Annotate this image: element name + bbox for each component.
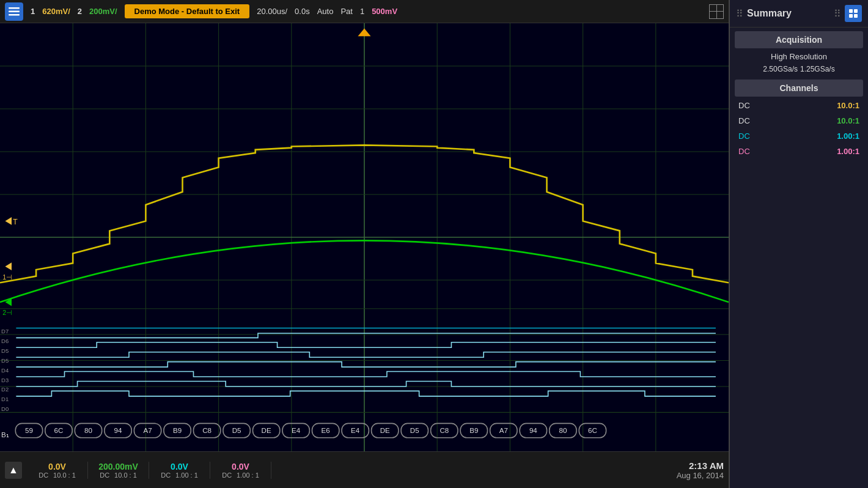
svg-text:6C: 6C — [588, 426, 597, 434]
scope-display: T 1⊣ 2⊣ D7 D6 D5 D5 D4 D3 D2 D1 D0 — [0, 23, 729, 451]
high-resolution-row: High Resolution — [730, 50, 868, 64]
svg-text:B₁: B₁ — [1, 431, 9, 438]
ch2-coupling: DC — [100, 471, 109, 479]
sample-rate-row: 2.50GSa/s 1.25GSa/s — [730, 64, 868, 77]
svg-text:D5: D5 — [232, 426, 241, 434]
ch4-panel-label: DC — [738, 147, 750, 156]
svg-text:E6: E6 — [322, 426, 330, 434]
scope-svg: T 1⊣ 2⊣ D7 D6 D5 D5 D4 D3 D2 D1 D0 — [0, 23, 729, 451]
svg-rect-0 — [9, 7, 20, 9]
svg-text:D2: D2 — [1, 386, 9, 393]
time-display: 2:13 AM — [677, 460, 724, 471]
ch1-ratio: 10.0 : 1 — [53, 471, 76, 479]
ch3-ratio: 1.00 : 1 — [175, 471, 198, 479]
svg-text:94: 94 — [529, 426, 537, 434]
ch2-num-label: 2 — [78, 7, 82, 16]
ch3-panel-row: DC 1.00:1 — [730, 128, 868, 144]
trigger-mode-label: Auto — [317, 7, 334, 16]
ch1-coupling: DC — [39, 471, 48, 479]
svg-text:A7: A7 — [143, 426, 152, 434]
panel-dots-right: ⠿ — [834, 8, 841, 20]
menu-button[interactable] — [5, 2, 23, 21]
svg-rect-81 — [849, 9, 853, 13]
panel-icon-button[interactable] — [845, 5, 862, 22]
sample-rate-1: 2.50GSa/s — [763, 65, 798, 73]
date-display: Aug 16, 2014 — [677, 471, 724, 480]
ch3-panel-value: 1.00:1 — [837, 131, 859, 141]
ch3-bottom-voltage: 0.0V — [171, 462, 188, 471]
scroll-up-button[interactable]: ▲ — [5, 462, 22, 479]
ch4-panel-value: 1.00:1 — [837, 147, 859, 156]
ch2-panel-value: 10.0:1 — [837, 116, 859, 125]
svg-text:D5: D5 — [1, 347, 9, 354]
ch2-bottom-info: 200.00mV DC 10.0 : 1 — [88, 462, 149, 479]
panel-title: Summary — [747, 8, 834, 19]
ch1-value: 620mV/ — [42, 7, 70, 16]
svg-rect-1 — [9, 10, 20, 12]
ch2-bottom-voltage: 200.00mV — [98, 462, 138, 471]
svg-text:6C: 6C — [54, 426, 64, 434]
svg-text:D1: D1 — [1, 396, 9, 402]
svg-text:D4: D4 — [1, 367, 9, 374]
ch1-bottom-info: 0.0V DC 10.0 : 1 — [27, 462, 88, 479]
ch2-value: 200mV/ — [89, 7, 117, 16]
ch4-bottom-info: 0.0V DC 1.00 : 1 — [210, 462, 271, 479]
svg-text:DE: DE — [262, 426, 271, 434]
svg-text:D5: D5 — [1, 357, 9, 364]
svg-text:B9: B9 — [173, 426, 182, 434]
svg-rect-82 — [854, 9, 858, 13]
ch4-panel-row: DC 1.00:1 — [730, 144, 868, 159]
pat-val-label: 500mV — [372, 7, 397, 16]
ch1-panel-row: DC 10.0:1 — [730, 98, 868, 113]
sample-rate-2: 1.25GSa/s — [800, 65, 835, 73]
svg-text:C8: C8 — [440, 426, 449, 434]
ch3-bottom-info: 0.0V DC 1.00 : 1 — [149, 462, 210, 479]
datetime-display: 2:13 AM Aug 16, 2014 — [677, 460, 724, 480]
pat-label: Pat — [340, 7, 353, 16]
acquisition-button[interactable]: Acquisition — [735, 31, 863, 48]
svg-text:D5: D5 — [410, 426, 419, 434]
svg-text:E4: E4 — [351, 426, 360, 434]
ch1-bottom-voltage: 0.0V — [48, 462, 66, 471]
svg-rect-84 — [854, 14, 858, 18]
svg-text:B9: B9 — [469, 426, 478, 434]
svg-text:D0: D0 — [1, 405, 9, 412]
svg-text:C8: C8 — [202, 426, 211, 434]
svg-text:94: 94 — [114, 426, 122, 434]
svg-text:80: 80 — [84, 426, 92, 434]
svg-text:E4: E4 — [292, 426, 301, 434]
svg-text:T: T — [13, 218, 18, 226]
grid-settings-icon[interactable] — [709, 4, 724, 19]
ch4-ratio: 1.00 : 1 — [237, 471, 259, 479]
ch3-panel-label: DC — [738, 131, 750, 141]
svg-rect-2 — [9, 14, 20, 16]
svg-text:59: 59 — [25, 426, 33, 434]
ch4-coupling: DC — [222, 471, 232, 479]
right-panel: ⠿ Summary ⠿ Acquisition High Resolution … — [729, 0, 868, 488]
high-resolution-label: High Resolution — [771, 52, 827, 61]
ch4-bottom-voltage: 0.0V — [232, 462, 249, 471]
trigger-pos-label: 0.0s — [295, 7, 310, 16]
ch3-coupling: DC — [161, 471, 171, 479]
svg-text:1⊣: 1⊣ — [2, 273, 12, 281]
ch1-panel-value: 10.0:1 — [837, 101, 859, 110]
svg-text:D6: D6 — [1, 338, 9, 344]
svg-text:A7: A7 — [499, 426, 508, 434]
ch2-panel-label: DC — [738, 116, 750, 125]
ch1-panel-label: DC — [738, 101, 750, 110]
svg-text:DE: DE — [380, 426, 390, 434]
channels-button[interactable]: Channels — [735, 79, 863, 97]
svg-text:2⊣: 2⊣ — [2, 309, 12, 316]
time-div-label: 20.00us/ — [257, 7, 287, 16]
svg-text:D7: D7 — [1, 328, 9, 335]
ch2-panel-row: DC 10.0:1 — [730, 113, 868, 128]
demo-mode-button[interactable]: Demo Mode - Default to Exit — [125, 4, 250, 18]
svg-text:D3: D3 — [1, 376, 9, 383]
svg-rect-83 — [849, 14, 853, 18]
ch2-ratio: 10.0 : 1 — [114, 471, 137, 479]
top-toolbar: 1 620mV/ 2 200mV/ Demo Mode - Default to… — [0, 0, 729, 23]
panel-dots-left: ⠿ — [736, 8, 743, 20]
panel-header: ⠿ Summary ⠿ — [730, 0, 868, 28]
pat-ch-label: 1 — [360, 7, 364, 16]
svg-text:80: 80 — [559, 426, 567, 434]
